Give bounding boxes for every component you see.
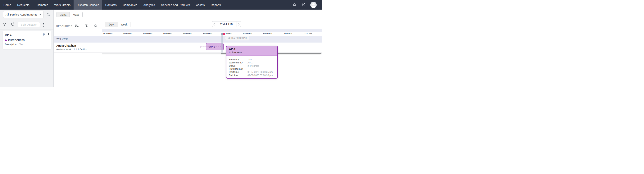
grid-line [302, 43, 302, 52]
description-value: Test [19, 43, 24, 46]
grid-line [177, 43, 177, 52]
appointments-toolbar: Bulk Dispatch [0, 19, 54, 30]
hour-label-09-00-pm: 09:00 PM [262, 32, 282, 36]
grid-line [292, 43, 292, 52]
tab-maps[interactable]: Maps [70, 12, 82, 17]
grid-line [117, 43, 117, 52]
nav-item-analytics[interactable]: Analytics [140, 0, 158, 10]
flag-icon[interactable] [43, 33, 46, 36]
tools-icon [301, 3, 306, 7]
assigned-work-label: Assigned Work : [56, 48, 72, 50]
bulk-dispatch-button[interactable]: Bulk Dispatch [18, 22, 40, 27]
popup-title: AP-1 [229, 47, 275, 50]
tab-week[interactable]: Week [118, 22, 130, 27]
popup-row-workorder-id: Workorder IDAP-1 [229, 61, 275, 64]
resources-search-button[interactable] [94, 24, 97, 28]
card-more-options-button[interactable] [48, 33, 49, 36]
popup-body: SummaryTestWorkorder IDAP-1StatusIn Prog… [226, 56, 277, 77]
grid-line [167, 43, 167, 52]
toolbar-divider [9, 22, 9, 27]
panel-more-options-button[interactable] [43, 23, 44, 27]
nav-item-reports[interactable]: Reports [208, 0, 224, 10]
group-name: ZYLKER [56, 38, 68, 41]
next-day-button[interactable] [237, 22, 241, 27]
grid-line [297, 43, 297, 52]
hour-label-11-00-pm: 11:00 PM [302, 32, 322, 36]
grid-line [122, 43, 122, 52]
nav-item-estimates[interactable]: Estimates [32, 0, 51, 10]
nav-item-dispatch-console[interactable]: Dispatch Console [74, 0, 102, 10]
horizontal-scrollbar[interactable] [102, 53, 322, 54]
sort-icon [75, 24, 79, 28]
funnel-filter-icon [85, 24, 88, 28]
current-time-line [224, 34, 224, 52]
resources-header: RESOURCES [54, 19, 102, 32]
appointment-id: AP-1 [5, 33, 43, 36]
timeline-hours: 01:00 PM02:00 PM03:00 PM04:00 PM05:00 PM… [102, 32, 322, 36]
grid-line [322, 43, 322, 52]
popup-row-status: StatusIn Progress [229, 64, 275, 68]
popup-field-label: Summary [229, 58, 248, 61]
grid-line [162, 43, 162, 52]
status-dot [5, 40, 7, 41]
nav-item-companies[interactable]: Companies [120, 0, 140, 10]
drag-ghost-band [222, 34, 223, 52]
appointments-search-button[interactable] [46, 13, 50, 16]
resource-cell[interactable]: Anuja Chauhan Assigned Work : 1 | 0:54 H… [54, 42, 102, 52]
nav-item-contacts[interactable]: Contacts [102, 0, 120, 10]
refresh-icon [11, 22, 15, 26]
popup-field-value: Test [248, 58, 252, 61]
nav-item-home[interactable]: Home [0, 0, 14, 10]
grid-line [182, 43, 182, 52]
popup-status: In Progress [229, 51, 275, 54]
popup-field-label: Start time [229, 71, 248, 74]
nav-item-services-and-products[interactable]: Services And Products [158, 0, 193, 10]
chevron-down-icon [39, 14, 41, 15]
appointment-list: AP-1 IN PROGRESS [0, 30, 54, 87]
appointment-view-label: All Service Appointments [6, 13, 38, 16]
popup-field-value: ---- [248, 68, 250, 70]
tab-gantt[interactable]: Gantt [57, 12, 70, 17]
current-date-label[interactable]: 2nd Jul 20 [216, 22, 237, 27]
grid-line [282, 43, 282, 52]
current-time-tooltip: 02 Thu 7:03:20 PM [226, 36, 249, 40]
resources-sort-button[interactable] [75, 24, 79, 28]
popup-field-value: 02-07-2020 06:00:35 pm [248, 71, 272, 74]
nav-item-assets[interactable]: Assets [193, 0, 208, 10]
appointment-card[interactable]: AP-1 IN PROGRESS [3, 31, 51, 50]
refresh-button[interactable] [11, 22, 15, 26]
nav-items: HomeRequestsEstimatesWork OrdersDispatch… [0, 0, 224, 10]
nav-item-work-orders[interactable]: Work Orders [51, 0, 74, 10]
grid-line [172, 43, 172, 52]
scheduled-slot-range-indicator [200, 46, 221, 47]
timeline-top-strip [102, 29, 322, 32]
resources-filter-button[interactable] [85, 24, 88, 28]
popup-field-value: AP-1 [248, 61, 253, 64]
dispatch-console-app: HomeRequestsEstimatesWork OrdersDispatch… [0, 0, 322, 87]
nav-item-requests[interactable]: Requests [14, 0, 32, 10]
description-label: Description : [5, 43, 18, 46]
funnel-filter-icon [3, 22, 7, 27]
nav-right [292, 0, 322, 10]
popup-field-label: Status [229, 64, 248, 67]
appointment-view-dropdown[interactable]: All Service Appointments [3, 11, 44, 18]
appointment-popup: AP-1 In Progress SummaryTestWorkorder ID… [226, 46, 278, 78]
resource-group-row[interactable]: ZYLKER [54, 36, 322, 42]
tab-day[interactable]: Day [105, 22, 118, 27]
avatar-icon [310, 2, 317, 8]
hour-label-02-00-pm: 02:00 PM [122, 32, 142, 36]
grid-line [127, 43, 127, 52]
setup-tools-button[interactable] [301, 3, 306, 7]
user-avatar[interactable] [310, 2, 317, 8]
resource-name: Anuja Chauhan [56, 44, 102, 47]
kebab-icon [43, 23, 44, 27]
popup-field-label: Preferred Slot [229, 68, 248, 70]
popup-row-end-time: End time02-07-2020 07:00:35 pm [229, 74, 275, 77]
hour-label-01-00-pm: 01:00 PM [102, 32, 122, 36]
appointments-filter-button[interactable] [3, 22, 7, 27]
grid-line [132, 43, 132, 52]
current-time-pin-icon [223, 33, 225, 35]
notifications-button[interactable] [292, 3, 296, 7]
prev-day-button[interactable] [212, 22, 216, 27]
resource-row: Anuja Chauhan Assigned Work : 1 | 0:54 H… [54, 42, 322, 53]
